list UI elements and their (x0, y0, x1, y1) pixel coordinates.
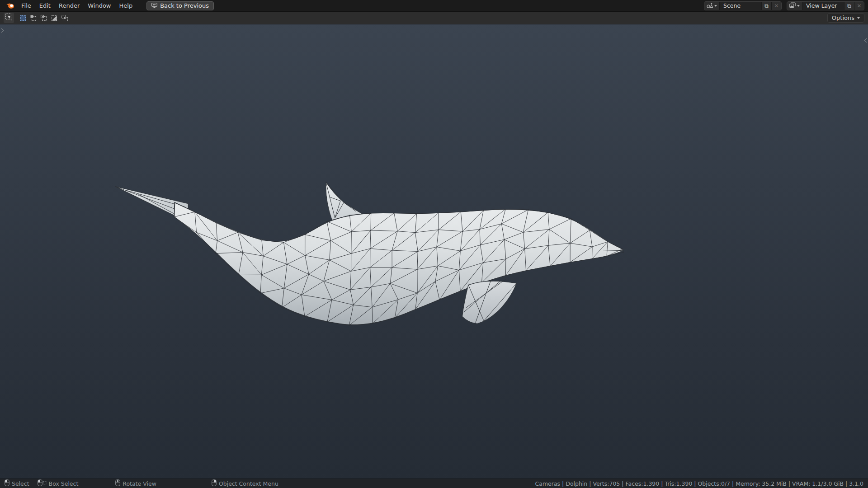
view-layer-name-field[interactable]: View Layer (802, 2, 844, 9)
chevron-down-icon (714, 5, 717, 7)
scene-name-field[interactable]: Scene (720, 2, 761, 9)
hint-label: Rotate View (123, 480, 156, 487)
new-scene-button[interactable]: ⧉ (761, 2, 771, 10)
region-corner-right[interactable] (863, 38, 868, 43)
box-select-tool-icon (5, 13, 13, 23)
3d-viewport[interactable] (0, 24, 868, 479)
statusbar: Select Box Select Rotate View (0, 479, 868, 488)
active-tool-button[interactable] (4, 13, 14, 23)
hint-rotate-view: Rotate View (115, 479, 156, 488)
view-layer-icon (789, 2, 796, 9)
menu-window[interactable]: Window (84, 1, 115, 10)
dolphin-mesh[interactable] (115, 182, 623, 325)
scene-statistics: Cameras | Dolphin | Verts:705 | Faces:1,… (535, 480, 863, 487)
hint-label: Select (12, 480, 29, 487)
menu-edit[interactable]: Edit (35, 1, 55, 10)
mouse-left-drag-icon (38, 479, 47, 488)
pectoral-fin[interactable] (462, 281, 516, 324)
mouse-right-icon (212, 479, 217, 488)
select-mode-subtract-button[interactable] (39, 14, 48, 23)
options-label: Options (832, 14, 854, 21)
new-view-layer-button[interactable]: ⧉ (844, 2, 854, 10)
menu-render[interactable]: Render (55, 1, 84, 10)
view-layer-browse-button[interactable] (787, 2, 802, 10)
mouse-left-icon (5, 479, 9, 488)
viewport-canvas[interactable] (0, 24, 868, 479)
hint-object-context-menu: Object Context Menu (212, 479, 278, 488)
view-layer-selector: View Layer ⧉ ✕ (787, 1, 864, 10)
blender-logo-icon[interactable] (4, 1, 17, 10)
scene-browse-button[interactable] (704, 2, 720, 10)
region-corner-left[interactable] (0, 28, 5, 33)
remove-view-layer-button[interactable]: ✕ (854, 2, 864, 10)
select-mode-intersect-button[interactable] (60, 14, 69, 23)
hint-label: Box Select (49, 480, 79, 487)
mouse-middle-icon (115, 479, 120, 488)
chevron-down-icon (857, 17, 860, 19)
tool-settings-header: Options (0, 12, 868, 24)
back-to-previous-button[interactable]: Back to Previous (146, 1, 214, 10)
select-mode-group (19, 14, 69, 23)
hint-label: Object Context Menu (219, 480, 278, 487)
scene-datablock-icon (707, 2, 713, 9)
select-mode-set-button[interactable] (19, 14, 28, 23)
topbar: File Edit Render Window Help Back to Pre… (0, 0, 868, 12)
select-mode-invert-button[interactable] (50, 14, 59, 23)
menu-file[interactable]: File (17, 1, 35, 10)
options-dropdown[interactable]: Options (827, 13, 864, 23)
dolphin-body[interactable] (175, 202, 623, 325)
back-to-previous-icon (151, 2, 157, 9)
unlink-scene-button[interactable]: ✕ (771, 2, 781, 10)
scene-selector: Scene ⧉ ✕ (704, 1, 782, 10)
select-mode-extend-button[interactable] (29, 14, 38, 23)
back-to-previous-label: Back to Previous (160, 2, 209, 9)
hint-select: Select (5, 479, 29, 488)
hint-box-select: Box Select (38, 479, 79, 488)
chevron-down-icon (797, 5, 800, 7)
menu-help[interactable]: Help (115, 1, 137, 10)
